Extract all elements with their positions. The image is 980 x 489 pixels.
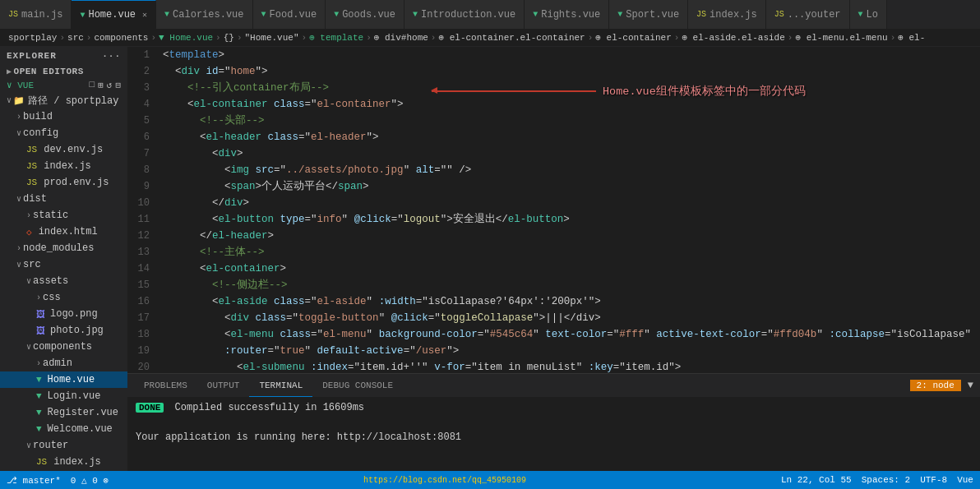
tree-home-vue[interactable]: ▼ Home.vue <box>0 371 127 388</box>
crumb-components[interactable]: components <box>94 33 148 43</box>
crumb-elmenu[interactable]: ⊕ el-menu.el-menu <box>795 32 887 43</box>
tree-dist[interactable]: ∨ dist <box>0 191 127 207</box>
tab-problems[interactable]: PROBLEMS <box>134 374 197 397</box>
chevron-right-icon: › <box>36 359 41 368</box>
new-folder-icon[interactable]: ⊞ <box>98 80 104 90</box>
tree-router-index[interactable]: JS index.js <box>0 454 127 470</box>
crumb-elaside[interactable]: ⊕ el-aside.el-aside <box>682 32 784 43</box>
tab-lo[interactable]: ▼ Lo <box>850 0 887 29</box>
crumb-home-str[interactable]: "Home.vue" <box>245 33 299 43</box>
tree-router[interactable]: ∨ router <box>0 437 127 454</box>
tab-home-vue[interactable]: ▼ Home.vue ✕ <box>72 0 156 29</box>
crumb-braces[interactable]: {} <box>224 33 234 43</box>
code-line-18: <el-menu class="el-menu" background-colo… <box>163 326 980 343</box>
tree-index-html[interactable]: ◇ index.html <box>0 224 127 240</box>
html-icon: ◇ <box>26 227 32 238</box>
status-right: Ln 22, Col 55 Spaces: 2 UTF-8 Vue <box>781 475 973 485</box>
code-line-8: <img src="../assets/photo.jpg" alt="" /> <box>163 162 980 178</box>
tab-router[interactable]: JS ...youter <box>766 0 850 29</box>
error-count[interactable]: 0 △ 0 ⊗ <box>71 475 109 486</box>
folder-label: 路径 / sportplay <box>28 94 118 108</box>
sidebar: EXPLORER ··· ▶ OPEN EDITORS ∨ VUE □ ⊞ ↺ … <box>0 47 127 471</box>
panel-right-controls: 2: node ▼ <box>910 380 973 391</box>
file-label: index.js <box>44 160 91 172</box>
tree-css[interactable]: › css <box>0 289 127 306</box>
tab-terminal[interactable]: TERMINAL <box>249 374 312 397</box>
tree-admin[interactable]: › admin <box>0 355 127 371</box>
tree-login-vue[interactable]: ▼ Login.vue <box>0 388 127 404</box>
tree-logo[interactable]: 🖼 logo.png <box>0 306 127 322</box>
tree-config[interactable]: ∨ config <box>0 125 127 141</box>
vue-icon: ▼ <box>36 391 42 401</box>
tab-introduction-vue[interactable]: ▼ Introduction.vue <box>404 0 525 29</box>
code-line-1: <template> <box>163 47 980 63</box>
refresh-icon[interactable]: ↺ <box>107 80 113 90</box>
crumb-el[interactable]: ⊕ el- <box>898 32 925 43</box>
encoding[interactable]: UTF-8 <box>920 475 947 485</box>
crumb-elcontainer1[interactable]: ⊕ el-container.el-container <box>438 32 585 43</box>
code-editor[interactable]: <template> <div id="home"> <!--引入contain… <box>156 47 980 373</box>
watermark-text: https://blog.csdn.net/qq_45950109 <box>363 476 526 485</box>
js-icon: JS <box>26 178 37 187</box>
crumb-home-vue[interactable]: ▼ Home.vue <box>159 33 213 43</box>
tab-main-js[interactable]: JS main.js <box>0 0 72 29</box>
folder-label: dist <box>23 193 47 205</box>
cursor-position[interactable]: Ln 22, Col 55 <box>781 475 852 485</box>
tree-dev-env[interactable]: JS dev.env.js <box>0 141 127 158</box>
vue-icon: ▼ <box>80 11 85 20</box>
tab-calories-vue[interactable]: ▼ Calories.vue <box>156 0 252 29</box>
code-line-4: <el-container class="el-container"> <box>163 96 980 113</box>
spaces[interactable]: Spaces: 2 <box>862 475 910 485</box>
panel-tabs: PROBLEMS OUTPUT TERMINAL DEBUG CONSOLE 2… <box>127 374 980 397</box>
code-line-12: </el-header> <box>163 228 980 244</box>
tab-sport-vue[interactable]: ▼ Sport.vue <box>609 0 688 29</box>
tab-goods-vue[interactable]: ▼ Goods.vue <box>326 0 404 29</box>
file-label: index.js <box>53 456 101 468</box>
open-editors-section[interactable]: ▶ OPEN EDITORS <box>0 65 127 78</box>
tab-debug-console[interactable]: DEBUG CONSOLE <box>312 374 403 397</box>
tree-welcome-vue[interactable]: ▼ Welcome.vue <box>0 421 127 437</box>
tab-label: Calories.vue <box>173 9 243 21</box>
tree-assets[interactable]: ∨ assets <box>0 273 127 289</box>
tree-prod-env[interactable]: JS prod.env.js <box>0 174 127 191</box>
breadcrumb: sportplay › src › components › ▼ Home.vu… <box>0 29 980 47</box>
bottom-panel: PROBLEMS OUTPUT TERMINAL DEBUG CONSOLE 2… <box>127 373 980 471</box>
tree-photo[interactable]: 🖼 photo.jpg <box>0 322 127 339</box>
terminal-content[interactable]: DONE Compiled successfully in 16609ms Yo… <box>127 397 980 471</box>
new-file-icon[interactable]: □ <box>90 80 95 90</box>
crumb-elcontainer2[interactable]: ⊕ el-container <box>595 32 671 43</box>
crumb-divhome[interactable]: ⊕ div#home <box>374 32 428 43</box>
tab-label: Rights.vue <box>541 9 600 21</box>
tab-index-js[interactable]: JS index.js <box>688 0 766 29</box>
ellipsis-icon[interactable]: ··· <box>102 51 121 61</box>
crumb-template[interactable]: ⊕ template <box>309 32 363 43</box>
tree-register-vue[interactable]: ▼ Register.vue <box>0 404 127 421</box>
tree-sportplay[interactable]: ∨ 📁 路径 / sportplay <box>0 92 127 108</box>
crumb-sportplay[interactable]: sportplay <box>8 33 57 43</box>
chevron-right-icon: › <box>36 293 41 302</box>
collapse-icon[interactable]: ⊟ <box>115 80 121 90</box>
file-label: photo.jpg <box>50 325 104 336</box>
chevron-icon: ▶ <box>7 67 12 76</box>
language-mode[interactable]: Vue <box>957 475 973 485</box>
tab-close-icon[interactable]: ✕ <box>142 10 147 20</box>
tab-food-vue[interactable]: ▼ Food.vue <box>253 0 326 29</box>
file-label: Welcome.vue <box>48 423 113 435</box>
tab-label: main.js <box>21 9 62 21</box>
tree-components[interactable]: ∨ components <box>0 339 127 355</box>
chevron-down-icon: ∨ <box>7 95 12 105</box>
tab-rights-vue[interactable]: ▼ Rights.vue <box>525 0 609 29</box>
tree-node-modules[interactable]: › node_modules <box>0 240 127 256</box>
tree-src[interactable]: ∨ src <box>0 256 127 273</box>
chevron-up-icon[interactable]: ▼ <box>968 380 973 391</box>
js-icon: JS <box>774 10 784 19</box>
tab-output[interactable]: OUTPUT <box>197 374 250 397</box>
vue-icon: ▼ <box>858 10 863 19</box>
git-branch[interactable]: ⎇ master* <box>7 475 61 486</box>
code-line-16: <el-aside class="el-aside" :width="isCol… <box>163 293 980 310</box>
crumb-src[interactable]: src <box>67 33 84 43</box>
tree-build[interactable]: › build <box>0 108 127 125</box>
tree-config-index[interactable]: JS index.js <box>0 158 127 174</box>
tree-static[interactable]: › static <box>0 207 127 224</box>
line-numbers: 12345 678910 1112131415 1617181920 21222… <box>127 47 156 373</box>
